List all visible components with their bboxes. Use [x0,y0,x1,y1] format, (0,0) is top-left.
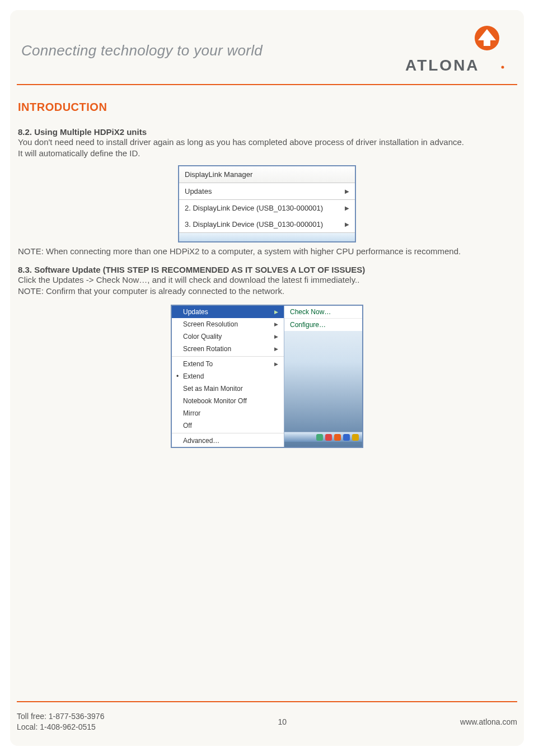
chevron-right-icon: ▶ [274,334,278,339]
menu-item-screen-resolution[interactable]: Screen Resolution▶ [172,318,284,330]
footer-toll-free: Toll free: 1-877-536-3976 [17,711,104,722]
chevron-right-icon: ▶ [345,205,349,211]
section-8-2-line1: You don't need need to install driver ag… [18,137,516,148]
content-body: INTRODUCTION 8.2. Using Multiple HDPiX2 … [17,101,517,448]
menu-item-advanced[interactable]: Advanced… [172,435,284,447]
page-footer: Toll free: 1-877-536-3976 Local: 1-408-9… [17,701,517,732]
menu-item-extend-to[interactable]: Extend To▶ [172,358,284,370]
submenu-item-configure[interactable]: Configure… [284,318,362,331]
menu-item-extend[interactable]: Extend [172,370,284,382]
chevron-right-icon: ▶ [274,309,278,315]
svg-point-2 [502,66,504,69]
chevron-right-icon: ▶ [345,188,349,194]
page-number: 10 [104,717,460,726]
menu-item-color-quality[interactable]: Color Quality▶ [172,330,284,343]
menu-item-updates[interactable]: Updates▶ [179,183,355,200]
section-8-3-line1: Click the Updates -> Check Now…, and it … [18,274,516,286]
svg-text:ATLONA: ATLONA [405,57,480,74]
tray-icon [352,434,359,441]
tray-icon [334,434,341,441]
footer-website: www.atlona.com [460,717,517,726]
tagline: Connecting technology to your world [21,42,263,59]
submenu-item-check-now[interactable]: Check Now… [284,306,362,318]
menu-item-device-3[interactable]: 3. DisplayLink Device (USB_0130-000001)▶ [179,216,355,232]
section-8-2-title: 8.2. Using Multiple HDPiX2 units [18,127,516,137]
tray-icon [343,434,350,441]
chevron-right-icon: ▶ [345,221,349,227]
menu-item-updates[interactable]: Updates▶ [172,306,284,318]
menu-item-screen-rotation[interactable]: Screen Rotation▶ [172,343,284,355]
section-8-2-line2: It will automatically define the ID. [18,148,516,159]
chevron-right-icon: ▶ [274,361,278,367]
section-8-3-line2: NOTE: Confirm that your computer is alre… [18,286,516,297]
brand-logo: ATLONA [401,24,513,77]
chevron-right-icon: ▶ [274,346,278,352]
displaylink-manager-menu: DisplayLink Manager Updates▶ 2. DisplayL… [178,165,356,242]
updates-context-menu: Updates▶ Screen Resolution▶ Color Qualit… [171,305,363,448]
taskbar-tray [284,432,362,442]
tray-icon [316,434,323,441]
tray-icon [325,434,332,441]
footer-local: Local: 1-408-962-0515 [17,722,104,732]
menu-item-off[interactable]: Off [172,419,284,432]
menu-item-set-main-monitor[interactable]: Set as Main Monitor [172,382,284,395]
menu-title: DisplayLink Manager [179,166,355,183]
page-header: Connecting technology to your world ATLO… [17,20,517,85]
taskbar-strip [179,232,355,241]
menu-item-notebook-monitor-off[interactable]: Notebook Monitor Off [172,395,284,407]
note-1: NOTE: When connecting more than one HDPi… [18,246,516,257]
intro-heading: INTRODUCTION [18,101,516,114]
section-8-3-title: 8.3. Software Update (THIS STEP IS RECOM… [18,265,516,274]
menu-item-device-2[interactable]: 2. DisplayLink Device (USB_0130-000001)▶ [179,200,355,216]
chevron-right-icon: ▶ [274,321,278,327]
menu-item-mirror[interactable]: Mirror [172,407,284,419]
